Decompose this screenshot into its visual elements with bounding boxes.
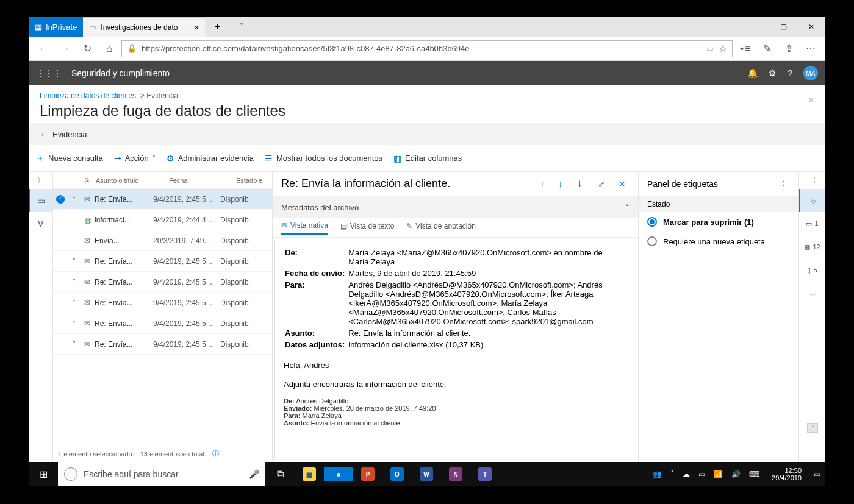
table-row[interactable]: ✉Envía...20/3/2019, 7:49...Disponib <box>53 230 272 251</box>
back-arrow-icon: ← <box>40 130 48 139</box>
tray-up-icon[interactable]: ˄ <box>670 470 674 478</box>
chevron-icon[interactable]: ˅ <box>68 279 80 285</box>
avatar[interactable]: MA <box>803 66 818 80</box>
edge-icon[interactable]: e <box>324 467 353 481</box>
mail-icon: ✉ <box>80 236 95 245</box>
taskbar-search[interactable]: Escribe aquí para buscar 🎤 <box>58 462 265 486</box>
table-row[interactable]: ˅✉Re: Envía...9/4/2019, 2:45:5...Disponi… <box>53 293 272 313</box>
col-subject[interactable]: Asunto o título <box>96 177 169 184</box>
tab-native[interactable]: ✉Vista nativa <box>281 221 328 235</box>
table-row[interactable]: ˅✉Re: Envía...9/4/2019, 2:45:5...Disponi… <box>53 272 272 293</box>
back-button[interactable]: ← <box>34 39 53 59</box>
gear-icon[interactable]: ⚙ <box>769 68 777 78</box>
url-input[interactable]: 🔒 https://protection.office.com/datainve… <box>121 40 733 57</box>
manage-evidence-button[interactable]: ⚙Administrar evidencia <box>167 154 254 163</box>
col-date[interactable]: Fecha <box>169 177 236 184</box>
volume-icon[interactable]: 🔊 <box>731 470 741 478</box>
table-row[interactable]: ˅✉Re: Envía...9/4/2019, 2:45:5...Disponi… <box>53 334 272 355</box>
outlook-icon[interactable]: O <box>382 467 412 481</box>
tab-text[interactable]: ▤Vista de texto <box>340 222 395 234</box>
metadata-bar[interactable]: Metadatos del archivo ˅ <box>273 196 638 218</box>
task-view-icon[interactable]: ⧉ <box>265 469 295 480</box>
reading-view-icon[interactable]: ▭ <box>706 44 714 53</box>
start-button[interactable]: ⊞ <box>29 469 58 480</box>
expand-icon[interactable]: ⤢ <box>594 179 609 189</box>
notifications-icon[interactable]: ▭ <box>814 470 820 478</box>
clock[interactable]: 12:50 29/4/2019 <box>768 467 805 481</box>
wifi-icon[interactable]: 📶 <box>714 470 723 478</box>
info-icon[interactable]: ⓘ <box>212 449 219 458</box>
tag-option-new[interactable]: Requiere una nueva etiqueta <box>639 232 798 251</box>
chevron-icon[interactable]: ˅ <box>68 341 80 347</box>
close-window-button[interactable]: ✕ <box>797 17 825 37</box>
forward-button[interactable]: → <box>56 39 75 59</box>
action-button[interactable]: ↦Acción˅ <box>114 154 156 163</box>
more-icon[interactable]: ⋯ <box>801 39 820 59</box>
language-icon[interactable]: ⌨ <box>749 470 759 478</box>
expand-left-icon[interactable]: 〈 <box>799 172 825 189</box>
edit-columns-button[interactable]: ▥Editar columnas <box>393 154 462 163</box>
chevron-icon[interactable]: ˄ <box>68 196 80 202</box>
checkbox-icon[interactable] <box>56 195 65 204</box>
table-row[interactable]: ˅✉Re: Envía...9/4/2019, 2:45:5...Disponi… <box>53 313 272 334</box>
documents-icon[interactable]: ▭ <box>29 189 52 212</box>
chevron-icon[interactable]: ˅ <box>68 299 80 306</box>
close-tab-icon[interactable]: × <box>194 23 199 32</box>
cloud-icon[interactable]: ☁ <box>683 470 690 478</box>
explorer-icon[interactable]: ▆ <box>295 467 324 481</box>
tab-annotation[interactable]: ✎Vista de anotación <box>406 222 476 234</box>
q-to-value: María Zelaya <box>303 412 342 419</box>
count-3[interactable]: ▯5 <box>799 258 825 282</box>
powerpoint-icon[interactable]: P <box>353 467 382 481</box>
expand-right-icon[interactable]: 〉 <box>29 172 52 189</box>
tab-overflow-icon[interactable]: ˅ <box>229 17 254 37</box>
waffle-icon[interactable]: ⋮⋮⋮ <box>36 68 62 78</box>
minimize-button[interactable]: — <box>741 17 769 37</box>
tag-icon[interactable]: ◇ <box>799 189 825 212</box>
filter-icon[interactable]: ∇ <box>29 212 52 235</box>
attachment-col-icon[interactable]: ⎘ <box>77 177 96 184</box>
row-subject: Re: Envía... <box>95 195 153 204</box>
download-icon[interactable]: ⭳ <box>572 179 588 189</box>
row-date: 9/4/2019, 2:45:5... <box>153 195 220 204</box>
word-icon[interactable]: W <box>412 467 441 481</box>
people-icon[interactable]: 👥 <box>653 470 662 478</box>
count-2[interactable]: ▦12 <box>799 235 825 258</box>
help-icon[interactable]: ? <box>788 68 792 78</box>
onenote-icon[interactable]: N <box>441 467 470 481</box>
home-button[interactable]: ⌂ <box>99 39 119 59</box>
table-row[interactable]: ˅✉Re: Envía...9/4/2019, 2:45:5...Disponi… <box>53 251 272 272</box>
teams-icon[interactable]: T <box>470 467 500 481</box>
row-status: Disponib <box>220 319 272 328</box>
show-all-button[interactable]: ☰Mostrar todos los documentos <box>265 154 382 163</box>
tag-option-suppress[interactable]: Marcar para suprimir (1) <box>639 212 798 232</box>
tab-title: Investigaciones de dato <box>101 23 178 32</box>
table-row[interactable]: ˄✉Re: Envía...9/4/2019, 2:45:5...Disponi… <box>53 189 272 210</box>
back-bar[interactable]: ← Evidencia <box>29 123 825 145</box>
favorites-menu-icon[interactable]: ⋆≡ <box>735 39 755 59</box>
breadcrumb-parent[interactable]: Limpieza de datos de clientes <box>40 91 136 100</box>
share-icon[interactable]: ⇪ <box>779 39 798 59</box>
mic-icon[interactable]: 🎤 <box>249 469 259 479</box>
chevron-icon[interactable]: ˅ <box>68 258 80 264</box>
notes-icon[interactable]: ✎ <box>757 39 777 59</box>
chevron-right-icon[interactable]: 〉 <box>781 179 790 190</box>
chevron-icon[interactable]: ˅ <box>68 320 80 327</box>
close-panel-icon[interactable]: × <box>808 94 814 107</box>
maximize-button[interactable]: ▢ <box>769 17 797 37</box>
close-preview-icon[interactable]: ✕ <box>615 179 630 189</box>
prev-down-icon[interactable]: ↓ <box>554 179 566 189</box>
bell-icon[interactable]: 🔔 <box>747 68 758 78</box>
new-query-button[interactable]: ＋Nueva consulta <box>36 153 103 164</box>
col-status[interactable]: Estado e <box>236 177 272 184</box>
new-tab-button[interactable]: + <box>205 17 229 37</box>
prev-up-icon[interactable]: ↑ <box>537 179 548 189</box>
browser-tab[interactable]: ▭ Investigaciones de dato × <box>83 17 205 37</box>
refresh-button[interactable]: ↻ <box>77 39 97 59</box>
collapse-chevron-icon[interactable]: ˄ <box>807 423 818 433</box>
count-1[interactable]: ▭1 <box>799 212 825 235</box>
columns-icon: ▥ <box>393 154 401 163</box>
battery-icon[interactable]: ▭ <box>698 470 705 478</box>
favorite-icon[interactable]: ☆ <box>719 43 727 54</box>
table-row[interactable]: ▦informaci...9/4/2019, 2:44:4...Disponib <box>53 210 272 230</box>
